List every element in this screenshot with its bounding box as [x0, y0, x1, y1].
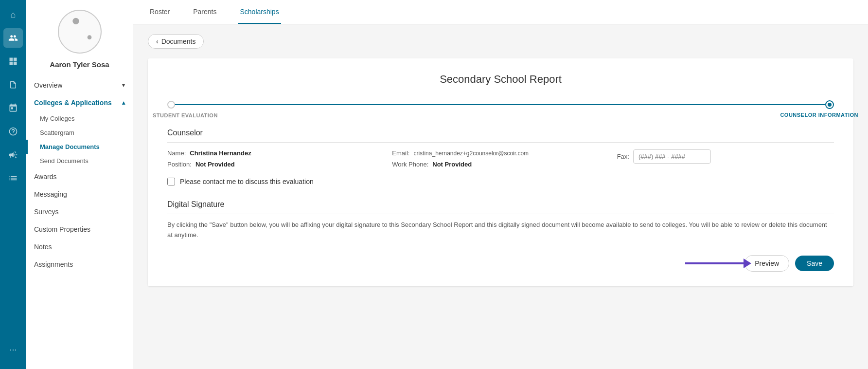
sidebar-item-overview[interactable]: Overview ▾ [26, 76, 133, 94]
arrow-head-icon [744, 258, 751, 268]
digital-signature-text: By clicking the "Save" button below, you… [167, 220, 834, 240]
grid-icon[interactable] [3, 52, 23, 71]
counselor-grid: Name: Christina Hernandez Position: Not … [167, 149, 834, 168]
fax-label: Fax: [617, 153, 629, 160]
contact-checkbox-row: Please contact me to discuss this evalua… [167, 178, 834, 185]
step-student-evaluation[interactable]: STUDENT EVALUATION [167, 101, 175, 109]
step-circle-2 [825, 100, 834, 109]
counselor-fax-group: Fax: [617, 149, 834, 168]
sidebar-item-assignments[interactable]: Assignments [26, 256, 133, 273]
student-name: Aaron Tyler Sosa [26, 58, 133, 76]
save-button[interactable]: Save [795, 256, 834, 271]
people-icon[interactable] [3, 28, 23, 48]
sidebar-sub-send-documents[interactable]: Send Documents [26, 154, 133, 168]
email-value: cristina_hernandez+g2counselor@scoir.com [413, 150, 529, 157]
form-card: Secondary School Report STUDENT EVALUATI… [148, 58, 853, 286]
position-value: Not Provided [195, 161, 235, 168]
arrow-line [685, 262, 744, 264]
sidebar-sub-manage-documents[interactable]: Manage Documents [26, 140, 133, 154]
tab-parents[interactable]: Parents [191, 0, 218, 24]
avatar [26, 0, 133, 58]
tab-roster[interactable]: Roster [148, 0, 172, 24]
progress-line-filled [175, 104, 825, 105]
contact-checkbox-label[interactable]: Please contact me to discuss this evalua… [180, 178, 314, 185]
avatar-main-icon [66, 15, 86, 38]
sidebar-sub-scattergram[interactable]: Scattergram [26, 126, 133, 140]
more-icon[interactable]: ··· [3, 340, 23, 359]
sidebar-item-surveys[interactable]: Surveys [26, 203, 133, 221]
chart-icon[interactable] [3, 122, 23, 141]
chevron-up-icon: ▴ [122, 99, 125, 106]
sidebar-item-custom-properties[interactable]: Custom Properties [26, 221, 133, 238]
sidebar-item-colleges-applications[interactable]: Colleges & Applications ▴ [26, 94, 133, 111]
back-arrow-icon: ‹ [156, 37, 159, 45]
preview-button[interactable]: Preview [744, 255, 789, 272]
nav-bar: ⌂ ··· [0, 0, 26, 369]
avatar-sub-icon [83, 33, 96, 49]
contact-checkbox[interactable] [167, 178, 175, 185]
fax-input[interactable] [633, 149, 711, 164]
home-icon[interactable]: ⌂ [3, 5, 23, 24]
progress-bar: STUDENT EVALUATION COUNSELOR INFORMATION [167, 100, 834, 109]
digital-signature-title: Digital Signature [167, 200, 834, 214]
form-title: Secondary School Report [167, 73, 834, 86]
name-value: Christina Hernandez [190, 149, 251, 157]
step-label-2: COUNSELOR INFORMATION [780, 112, 858, 118]
sidebar-nav: Overview ▾ Colleges & Applications ▴ My … [26, 76, 133, 273]
document-icon[interactable] [3, 75, 23, 94]
actions-row: Preview Save [167, 255, 834, 272]
calendar-icon[interactable] [3, 98, 23, 118]
counselor-contact-group: Email: cristina_hernandez+g2counselor@sc… [392, 149, 609, 168]
work-phone-label: Work Phone: [392, 161, 428, 168]
sidebar: Aaron Tyler Sosa Overview ▾ Colleges & A… [26, 0, 133, 369]
sidebar-item-messaging[interactable]: Messaging [26, 185, 133, 203]
main-area: Roster Parents Scholarships ‹ Documents … [133, 0, 868, 369]
counselor-section-title: Counselor [167, 129, 834, 143]
megaphone-icon[interactable] [3, 145, 23, 165]
chevron-down-icon: ▾ [122, 82, 125, 89]
position-label: Position: [167, 161, 192, 168]
sidebar-item-notes[interactable]: Notes [26, 238, 133, 256]
sidebar-item-awards[interactable]: Awards [26, 168, 133, 185]
name-label: Name: [167, 149, 186, 157]
back-button[interactable]: ‹ Documents [148, 34, 204, 49]
step-counselor-information[interactable]: COUNSELOR INFORMATION [825, 100, 834, 109]
sidebar-sub-my-colleges[interactable]: My Colleges [26, 111, 133, 126]
tab-scholarships[interactable]: Scholarships [238, 0, 281, 24]
step-label-1: STUDENT EVALUATION [153, 112, 218, 118]
list-icon[interactable] [3, 168, 23, 188]
work-phone-value: Not Provided [432, 161, 472, 168]
arrow-indicator [685, 258, 751, 268]
content-area: ‹ Documents Secondary School Report STUD… [133, 24, 868, 369]
top-tabs: Roster Parents Scholarships [133, 0, 868, 24]
email-label: Email: [392, 149, 409, 157]
step-circle-1 [167, 101, 175, 109]
progress-line [175, 104, 825, 105]
counselor-name-group: Name: Christina Hernandez Position: Not … [167, 149, 384, 168]
